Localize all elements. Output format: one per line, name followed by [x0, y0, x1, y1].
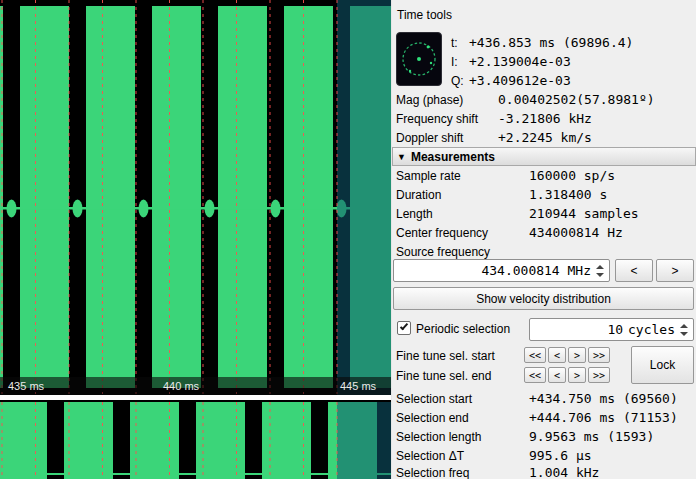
fine-end-prev-fast-button[interactable]: << [524, 367, 546, 383]
sample-rate-label: Sample rate [396, 169, 461, 183]
time-tools-panel: Time tools t: +436.853 ms (69896.4) I: +… [392, 0, 696, 479]
next-frequency-button[interactable]: > [656, 259, 694, 282]
selection-overlay [337, 0, 391, 395]
sample-rate-value: 160000 sp/s [529, 168, 615, 183]
waveform-view[interactable]: 435 ms 440 ms 445 ms [0, 0, 392, 479]
cycles-spinner [680, 319, 690, 340]
fine-start-next-fast-button[interactable]: >> [588, 347, 610, 363]
mag-phase-value: 0.00402502(57.8981º) [498, 92, 655, 107]
selection-delta-t-value: 995.6 µs [529, 448, 592, 463]
panel-title: Time tools [397, 8, 452, 22]
length-label: Length [396, 207, 433, 221]
lock-button[interactable]: Lock [631, 346, 694, 384]
fine-end-prev-button[interactable]: < [548, 367, 566, 383]
selection-start-label: Selection start [396, 392, 472, 406]
duration-label: Duration [396, 188, 441, 202]
t-value: +436.853 ms (69896.4) [469, 35, 633, 50]
time-label-435: 435 ms [8, 380, 45, 392]
cycles-value: 10 [607, 322, 623, 337]
fine-tune-end-label: Fine tune sel. end [396, 369, 491, 383]
fine-end-next-fast-button[interactable]: >> [588, 367, 610, 383]
frequency-spinbox[interactable]: 434.000814 MHz [393, 259, 610, 282]
show-velocity-button[interactable]: Show velocity distribution [393, 287, 694, 310]
q-label: Q: [451, 74, 464, 88]
spin-down-icon[interactable] [680, 332, 688, 336]
periodic-selection-checkbox[interactable] [397, 321, 411, 335]
fine-end-next-button[interactable]: > [568, 367, 586, 383]
view-divider[interactable] [0, 395, 391, 400]
center-frequency-label: Center frequency [396, 226, 488, 240]
collapse-arrow-icon: ▼ [397, 152, 406, 162]
mag-phase-label: Mag (phase) [396, 93, 463, 107]
measurements-header[interactable]: ▼ Measurements [392, 147, 696, 166]
spin-up-icon[interactable] [680, 324, 688, 328]
selection-overlay-bottom [337, 402, 391, 479]
length-value: 210944 samples [529, 206, 639, 221]
selection-freq-label: Selection freq [396, 466, 469, 479]
fine-tune-start-label: Fine tune sel. start [396, 349, 495, 363]
prev-frequency-button[interactable]: < [615, 259, 653, 282]
q-value: +3.409612e-03 [469, 73, 571, 88]
cycles-suffix: cycles [628, 322, 675, 337]
frequency-spinner [596, 260, 606, 281]
doppler-shift-label: Doppler shift [396, 131, 463, 145]
i-label: I: [451, 55, 458, 69]
spin-down-icon[interactable] [596, 273, 604, 277]
cycles-spinbox[interactable]: 10 cycles [529, 318, 694, 341]
periodic-selection-label: Periodic selection [416, 322, 510, 336]
check-icon [400, 322, 408, 331]
waveform-canvas: 435 ms 440 ms 445 ms [0, 0, 391, 479]
signal-bursts-top [0, 6, 391, 388]
fine-start-prev-button[interactable]: < [548, 347, 566, 363]
spin-up-icon[interactable] [596, 265, 604, 269]
t-label: t: [451, 36, 458, 50]
selection-end-label: Selection end [396, 411, 469, 425]
duration-value: 1.318400 s [529, 187, 607, 202]
frequency-spinbox-value: 434.000814 MHz [481, 263, 591, 278]
time-label-440: 440 ms [163, 380, 200, 392]
selection-freq-value: 1.004 kHz [529, 465, 599, 479]
source-frequency-label: Source frequency [396, 245, 490, 259]
phase-dial-icon [396, 32, 442, 86]
selection-delta-t-label: Selection ΔT [396, 449, 464, 463]
fine-start-next-button[interactable]: > [568, 347, 586, 363]
signal-bursts-bottom [0, 402, 391, 479]
frequency-shift-label: Frequency shift [396, 112, 478, 126]
center-frequency-value: 434000814 Hz [529, 225, 623, 240]
doppler-shift-value: +2.2245 km/s [498, 130, 592, 145]
i-value: +2.139004e-03 [469, 54, 571, 69]
selection-start-value: +434.750 ms (69560) [529, 391, 678, 406]
fine-start-prev-fast-button[interactable]: << [524, 347, 546, 363]
selection-end-value: +444.706 ms (71153) [529, 410, 678, 425]
measurements-title: Measurements [411, 150, 495, 164]
selection-length-label: Selection length [396, 430, 481, 444]
selection-length-value: 9.9563 ms (1593) [529, 429, 654, 444]
frequency-shift-value: -3.21806 kHz [498, 111, 592, 126]
time-label-445: 445 ms [340, 380, 377, 392]
